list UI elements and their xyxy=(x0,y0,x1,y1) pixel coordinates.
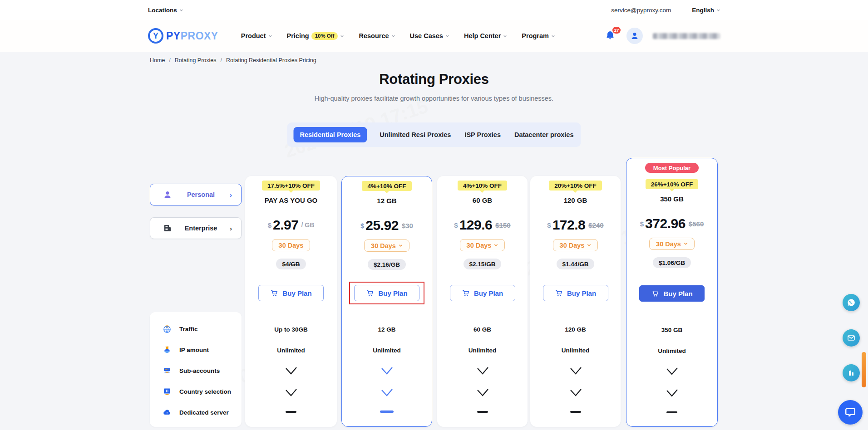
support-email-link[interactable]: service@pyproxy.com xyxy=(611,7,671,14)
cloud-server-icon xyxy=(163,408,172,417)
buy-plan-button[interactable]: Buy Plan xyxy=(450,285,515,301)
cart-icon xyxy=(462,289,470,297)
duration-select[interactable]: 30 Days xyxy=(553,239,598,251)
chevron-down-icon xyxy=(684,242,688,245)
globe-traffic-icon xyxy=(163,324,172,333)
feature-row-dedicated-server: Dedicated server xyxy=(150,402,242,423)
notification-bell[interactable]: 27 xyxy=(605,30,616,42)
tab-unlimited-resi-proxies[interactable]: Unlimited Resi Proxies xyxy=(379,127,452,142)
plan-ip-amount-value: Unlimited xyxy=(658,347,686,355)
chevron-down-icon xyxy=(399,244,403,247)
country-selection-check-icon xyxy=(569,388,582,397)
plan-price: $ 2.97 / GB xyxy=(268,217,315,233)
plan-price: $ 372.96 $560 xyxy=(640,215,704,232)
duration-pill[interactable]: 30 Days xyxy=(272,239,311,251)
plan-name: PAY AS YOU GO xyxy=(265,196,317,205)
building-icon xyxy=(163,224,172,233)
live-chat-button[interactable] xyxy=(838,400,863,425)
user-avatar[interactable] xyxy=(626,28,643,44)
chevron-down-icon xyxy=(551,34,555,38)
main-header: Y PYPROXY Product Pricing 10% Off Resour… xyxy=(0,20,868,52)
plan-name: 12 GB xyxy=(377,197,396,206)
breadcrumb-current: Rotating Residential Proxies Pricing xyxy=(226,57,316,64)
whatsapp-button[interactable] xyxy=(843,294,860,311)
sub-accounts-check-icon xyxy=(569,366,582,375)
country-monitor-icon xyxy=(163,387,172,396)
page-title: Rotating Proxies xyxy=(0,71,868,88)
language-dropdown[interactable]: English xyxy=(692,7,720,14)
pyproxy-logo[interactable]: Y PYPROXY xyxy=(148,28,218,44)
main-nav: Product Pricing 10% Off Resource Use Cas… xyxy=(241,32,555,40)
cart-icon xyxy=(555,289,563,297)
account-type-personal-button[interactable]: Personal › xyxy=(150,184,242,205)
chevron-down-icon xyxy=(587,244,591,247)
plan-card-120gb: 20%+10% OFF 120 GB $ 172.8 $240 30 Days … xyxy=(530,176,621,427)
discount-badge: 17.5%+10% OFF xyxy=(262,181,320,191)
plan-traffic-value: 60 GB xyxy=(473,325,491,333)
plan-ip-amount-value: Unlimited xyxy=(562,346,590,354)
sub-accounts-check-icon xyxy=(284,366,298,375)
whatsapp-icon xyxy=(847,298,856,307)
locations-dropdown[interactable]: Locations xyxy=(148,7,183,14)
top-utility-bar: Locations service@pyproxy.com English xyxy=(0,0,868,20)
sub-accounts-check-icon xyxy=(665,366,679,376)
buy-plan-button[interactable]: Buy Plan xyxy=(354,285,419,301)
chevron-down-icon xyxy=(179,8,183,12)
buy-plan-button[interactable]: Buy Plan xyxy=(258,285,324,301)
discount-badge: 26%+10% OFF xyxy=(646,179,699,189)
nav-pricing[interactable]: Pricing 10% Off xyxy=(287,32,344,40)
locations-label: Locations xyxy=(148,7,177,14)
country-selection-check-icon xyxy=(284,388,298,397)
nav-help-center[interactable]: Help Center xyxy=(464,32,507,39)
plan-card-60gb: 4%+10% OFF 60 GB $ 129.6 $150 30 Days $2… xyxy=(437,176,528,427)
dedicated-server-dash-icon xyxy=(477,410,488,413)
server-rack-icon xyxy=(163,366,172,375)
breadcrumb: Home / Rotating Proxies / Rotating Resid… xyxy=(150,57,316,64)
discount-badge: 4%+10% OFF xyxy=(362,181,411,191)
plan-ip-amount-value: Unlimited xyxy=(277,346,305,354)
plan-traffic-value: Up to 30GB xyxy=(274,325,308,333)
tab-residential-proxies[interactable]: Residential Proxies xyxy=(293,127,367,142)
duration-select[interactable]: 30 Days xyxy=(364,239,409,252)
buy-plan-button[interactable]: Buy Plan xyxy=(543,285,608,301)
sub-accounts-check-icon xyxy=(380,366,394,375)
nav-product[interactable]: Product xyxy=(241,32,272,39)
feature-row-ip-amount: IP amount xyxy=(150,339,242,360)
chevron-down-icon xyxy=(445,34,449,38)
plan-traffic-value: 350 GB xyxy=(661,326,683,334)
nav-use-cases[interactable]: Use Cases xyxy=(410,32,449,39)
scrollbar-thumb[interactable] xyxy=(862,352,866,387)
annotation-highlight-box: Buy Plan xyxy=(349,282,424,304)
notification-count-badge: 27 xyxy=(612,27,621,34)
duration-select[interactable]: 30 Days xyxy=(649,238,695,250)
plan-ip-amount-value: Unlimited xyxy=(469,346,497,354)
plan-name: 120 GB xyxy=(564,196,587,205)
nav-program[interactable]: Program xyxy=(522,32,555,39)
rotating-proxies-pricing-page: 2025/09/19 17:15 2025/09/19 17:15 2025/0… xyxy=(0,0,868,430)
account-type-enterprise-button[interactable]: Enterprise › xyxy=(150,217,242,239)
dedicated-server-dash-icon xyxy=(286,410,296,413)
duration-select[interactable]: 30 Days xyxy=(460,239,505,251)
dedicated-server-dash-icon xyxy=(666,411,677,413)
chevron-down-icon xyxy=(503,34,507,38)
nav-resource[interactable]: Resource xyxy=(359,32,395,39)
logo-text-py: PY xyxy=(166,30,181,42)
pricing-discount-badge: 10% Off xyxy=(311,32,338,40)
buy-plan-button[interactable]: Buy Plan xyxy=(639,285,705,302)
tab-isp-proxies[interactable]: ISP Proxies xyxy=(464,127,502,142)
discount-badge: 4%+10% OFF xyxy=(458,181,507,191)
company-button[interactable] xyxy=(843,364,860,381)
page-subtitle: High-quality proxies facilitate growth o… xyxy=(0,95,868,102)
chevron-down-icon xyxy=(340,34,344,38)
account-name-blurred[interactable] xyxy=(653,33,720,39)
plan-ip-amount-value: Unlimited xyxy=(373,346,401,354)
pyproxy-logo-icon: Y xyxy=(148,28,163,44)
breadcrumb-rotating-proxies[interactable]: Rotating Proxies xyxy=(175,57,217,64)
email-button[interactable] xyxy=(843,329,860,347)
most-popular-badge: Most Popular xyxy=(645,163,699,173)
plan-card-pay-as-you-go: 17.5%+10% OFF PAY AS YOU GO $ 2.97 / GB … xyxy=(245,176,337,427)
tab-datacenter-proxies[interactable]: Datacenter proxies xyxy=(513,127,575,142)
feature-row-sub-accounts: Sub-accounts xyxy=(150,360,242,381)
plan-price: $ 172.8 $240 xyxy=(547,217,603,233)
breadcrumb-home[interactable]: Home xyxy=(150,57,165,64)
